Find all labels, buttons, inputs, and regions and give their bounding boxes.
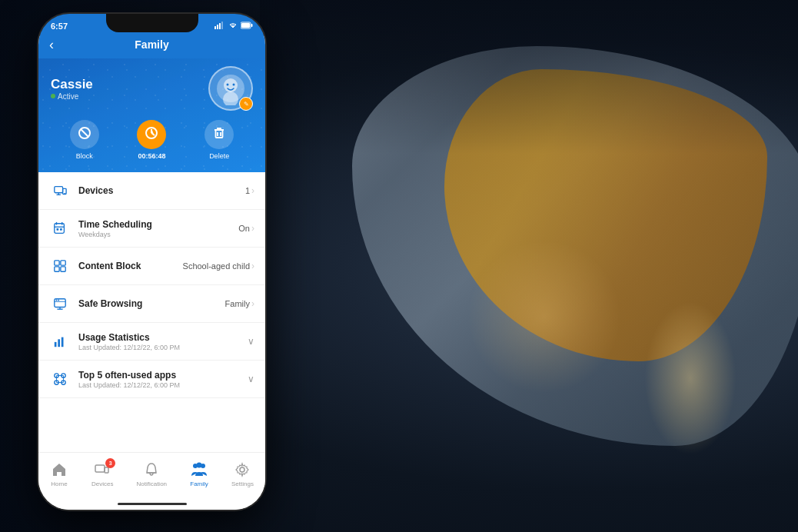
block-button[interactable]: Block — [70, 120, 99, 160]
nav-settings[interactable]: Settings — [231, 461, 254, 487]
safe-browsing-content: Safe Browsing — [78, 298, 225, 309]
schedule-chevron: › — [251, 223, 254, 234]
menu-list: Devices 1 › — [38, 172, 265, 452]
block-icon — [78, 126, 91, 143]
svg-rect-45 — [62, 337, 64, 347]
avatar-container[interactable]: ✎ — [208, 66, 253, 111]
menu-item-top-apps[interactable]: Top 5 often-used apps Last Updated: 12/1… — [38, 361, 265, 398]
delete-button[interactable]: Delete — [204, 120, 234, 160]
status-time: 6:57 — [51, 22, 68, 31]
nav-family[interactable]: Family — [190, 461, 208, 487]
profile-section: Cassie Active — [38, 58, 265, 172]
svg-rect-34 — [61, 261, 65, 265]
safe-browsing-value: Family › — [225, 298, 254, 309]
svg-rect-44 — [58, 339, 60, 347]
nav-devices[interactable]: 3 Devices — [91, 461, 113, 487]
profile-row: Cassie Active — [51, 66, 253, 111]
safe-browsing-title: Safe Browsing — [78, 298, 225, 309]
svg-rect-32 — [60, 228, 62, 231]
content-block-value: School-aged child › — [183, 261, 254, 271]
svg-rect-19 — [216, 130, 223, 138]
schedule-content: Time Scheduling Weekdays — [78, 219, 238, 238]
profile-status: Active — [51, 92, 93, 101]
svg-rect-33 — [55, 261, 59, 265]
back-button[interactable]: ‹ — [49, 37, 54, 53]
edit-icon: ✎ — [244, 101, 249, 108]
scene-photo — [260, 0, 798, 532]
svg-rect-1 — [217, 25, 218, 29]
menu-item-safe-browsing[interactable]: Safe Browsing Family › — [38, 285, 265, 323]
face-glow — [467, 240, 621, 394]
home-bar — [118, 503, 187, 505]
block-icon-circle — [70, 120, 99, 149]
phone-screen: ‹ Family Cassie Active — [38, 35, 265, 510]
svg-line-18 — [151, 133, 155, 135]
timer-button[interactable]: 00:56:48 — [137, 120, 166, 160]
status-text: Active — [58, 92, 78, 101]
battery-icon — [241, 22, 253, 31]
top-apps-title: Top 5 often-used apps — [78, 370, 248, 381]
safe-browsing-icon — [49, 293, 71, 314]
devices-title: Devices — [78, 185, 245, 196]
content-chevron: › — [251, 261, 254, 271]
timer-value: 00:56:48 — [138, 152, 165, 160]
home-nav-icon — [50, 461, 68, 479]
header-title: Family — [135, 38, 168, 51]
devices-nav-icon: 3 — [93, 461, 111, 479]
profile-name: Cassie — [51, 77, 93, 92]
phone-glow — [644, 301, 736, 455]
svg-rect-3 — [221, 22, 223, 29]
nav-notification[interactable]: Notification — [136, 461, 167, 487]
svg-rect-55 — [95, 465, 105, 472]
svg-point-60 — [197, 463, 202, 468]
dark-overlay-top — [260, 0, 798, 154]
svg-point-40 — [58, 300, 59, 301]
phone-mockup: 6:57 — [38, 14, 265, 510]
notification-nav-label: Notification — [136, 480, 167, 487]
svg-rect-56 — [105, 467, 108, 473]
wifi-icon — [228, 22, 238, 31]
svg-point-12 — [233, 84, 235, 86]
usage-stats-content: Usage Statistics Last Updated: 12/12/22,… — [78, 332, 248, 351]
delete-icon-circle — [204, 120, 234, 149]
menu-item-time-scheduling[interactable]: Time Scheduling Weekdays On › — [38, 210, 265, 248]
timer-icon-circle — [137, 120, 166, 149]
settings-nav-icon — [233, 461, 251, 479]
svg-rect-6 — [241, 23, 250, 28]
menu-item-usage-statistics[interactable]: Usage Statistics Last Updated: 12/12/22,… — [38, 323, 265, 361]
usage-stats-subtitle: Last Updated: 12/12/22, 6:00 PM — [78, 344, 248, 351]
svg-rect-36 — [61, 267, 65, 271]
svg-rect-35 — [55, 267, 59, 271]
top-apps-collapse[interactable]: ∨ — [248, 374, 254, 384]
devices-chevron: › — [251, 185, 254, 196]
top-apps-icon — [49, 368, 71, 390]
devices-badge: 3 — [105, 458, 115, 468]
signal-icon — [214, 22, 225, 31]
svg-rect-2 — [219, 23, 221, 29]
profile-info: Cassie Active — [51, 77, 93, 101]
family-nav-label: Family — [190, 480, 208, 487]
svg-rect-22 — [55, 187, 63, 193]
nav-home[interactable]: Home — [50, 461, 68, 487]
app-header: ‹ Family — [38, 35, 265, 58]
bottom-nav: Home 3 Devices — [38, 452, 265, 500]
timer-icon — [145, 126, 158, 143]
content-block-content: Content Block — [78, 261, 183, 271]
top-apps-content: Top 5 often-used apps Last Updated: 12/1… — [78, 370, 248, 389]
content-block-icon — [49, 255, 71, 277]
svg-rect-31 — [57, 228, 59, 231]
devices-content: Devices — [78, 185, 245, 196]
home-indicator — [38, 500, 265, 510]
safe-browsing-chevron: › — [251, 298, 254, 309]
usage-stats-title: Usage Statistics — [78, 332, 248, 343]
usage-stats-collapse[interactable]: ∨ — [248, 336, 254, 347]
avatar-edit-button[interactable]: ✎ — [239, 97, 253, 111]
svg-point-39 — [56, 300, 58, 301]
svg-rect-43 — [55, 342, 57, 347]
delete-icon — [212, 126, 226, 143]
usage-stats-icon — [49, 331, 71, 352]
svg-rect-0 — [214, 26, 216, 29]
menu-item-content-block[interactable]: Content Block School-aged child › — [38, 248, 265, 285]
phone-notch — [106, 14, 198, 32]
menu-item-devices[interactable]: Devices 1 › — [38, 172, 265, 210]
